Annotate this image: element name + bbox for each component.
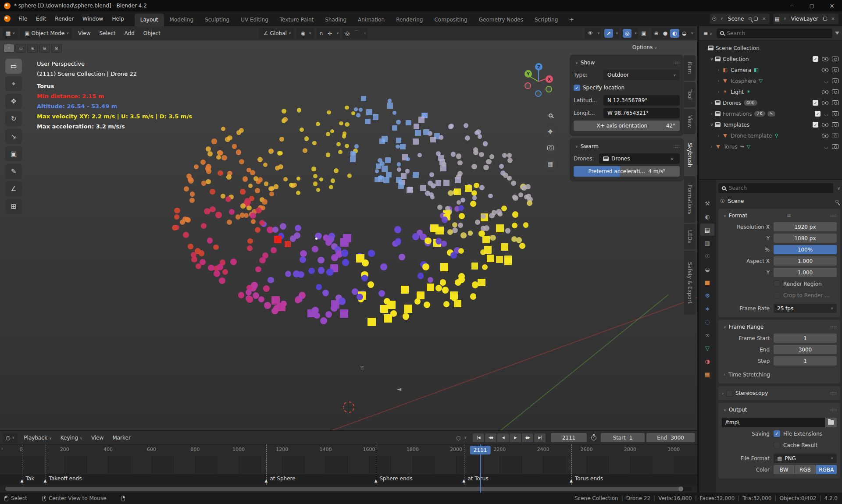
measure-tool[interactable]: ∠ xyxy=(5,181,22,196)
sidebar-tab-view[interactable]: View xyxy=(684,109,696,134)
outliner-row-light[interactable]: ›☀Light☀ xyxy=(699,86,842,97)
expand-arrow-icon[interactable]: › xyxy=(709,144,715,149)
sidebar-tab-item[interactable]: Item xyxy=(684,55,696,81)
hide-eye-icon[interactable] xyxy=(822,101,828,105)
expand-arrow-icon[interactable]: › xyxy=(709,100,715,105)
show-object-types-icon[interactable]: 👁︎ xyxy=(586,30,595,36)
viewport-menu-object[interactable]: Object xyxy=(139,28,165,38)
frame-start-field[interactable]: Start1 xyxy=(601,433,645,442)
timeline-ruler[interactable]: 0200400600800100012001400160018002000220… xyxy=(0,444,697,456)
maximize-button[interactable]: ▢ xyxy=(802,0,822,11)
properties-tab-material[interactable]: ◑ xyxy=(700,355,714,367)
expand-icon[interactable]: › xyxy=(722,391,724,396)
expand-arrow-icon[interactable]: › xyxy=(716,67,722,72)
select-mode-button[interactable]: ◦ xyxy=(4,44,14,53)
expand-arrow-icon[interactable]: › xyxy=(709,111,715,116)
timeline-scroll-thumb[interactable] xyxy=(5,487,683,491)
viewlayer-selector[interactable]: ▤∨ ViewLayer × xyxy=(773,14,838,24)
marker-triangle-icon[interactable]: ▲ xyxy=(20,479,23,483)
cursor-tool[interactable]: ⌖ xyxy=(5,76,22,91)
workspace-tab-shading[interactable]: Shading xyxy=(319,14,352,26)
color-option-bw[interactable]: BW xyxy=(774,465,794,474)
mode-dropdown[interactable]: ▣Object Mode∨ xyxy=(20,28,72,39)
perspective-toggle-button[interactable]: ▦ xyxy=(544,157,557,170)
format-row-value-field[interactable]: 1.000 xyxy=(774,256,837,266)
transform-tool[interactable]: ▣ xyxy=(5,146,22,161)
shading-rendered-icon[interactable]: ◒ xyxy=(680,30,688,36)
select-box-tool[interactable]: ▭ xyxy=(5,59,22,74)
hide-eye-icon[interactable] xyxy=(822,57,828,61)
frame-range-row-value-field[interactable]: 1 xyxy=(774,356,837,366)
show-gizmo-toggle[interactable]: ↗ xyxy=(604,29,613,38)
hide-eye-icon[interactable] xyxy=(822,68,828,72)
outliner-row-camera[interactable]: ›◧Camera◧ xyxy=(699,64,842,75)
viewport-menu-add[interactable]: Add xyxy=(120,28,139,38)
camera-view-button[interactable] xyxy=(544,141,557,154)
snap-settings-icon[interactable]: ⊹ xyxy=(326,30,334,36)
frame-range-row-value-field[interactable]: 3000 xyxy=(774,345,837,354)
gizmo-axis-Z[interactable]: Z xyxy=(535,63,542,71)
marker-triangle-icon[interactable]: ▲ xyxy=(570,479,573,483)
select-mode-button[interactable]: ⊠ xyxy=(51,44,62,53)
disable-render-icon[interactable] xyxy=(832,144,838,149)
workspace-tab-sculpting[interactable]: Sculpting xyxy=(199,14,235,26)
scene-selector[interactable]: ☉∨ Scene × xyxy=(710,14,769,24)
pivot-point-dropdown[interactable]: ◉∨ xyxy=(296,28,314,39)
expand-arrow-icon[interactable]: › xyxy=(716,78,722,83)
gizmo-axis-Y[interactable]: Y xyxy=(524,70,532,78)
disable-render-icon[interactable]: × xyxy=(832,133,838,138)
workspace-tab-animation[interactable]: Animation xyxy=(352,14,390,26)
scale-tool[interactable]: ↘ xyxy=(5,129,22,144)
hide-eye-icon[interactable] xyxy=(822,134,828,138)
preferred-acceleration-slider[interactable]: Preferred accelerati... 4 m/s² xyxy=(574,166,680,177)
drones-collection-field[interactable]: Drones× xyxy=(599,153,680,164)
options-button[interactable]: Options∨ xyxy=(632,44,657,50)
timeline-menu-view[interactable]: View xyxy=(87,433,108,443)
color-option-rgba[interactable]: RGBA xyxy=(816,465,837,474)
expand-arrow-icon[interactable]: ∨ xyxy=(709,57,715,61)
outliner-row-collection[interactable]: ∨Collection✓ xyxy=(699,53,842,64)
crop-checkbox[interactable] xyxy=(774,292,780,298)
browse-folder-button[interactable] xyxy=(825,418,837,427)
format-row-value-field[interactable]: 100% xyxy=(774,245,837,254)
pin-icon[interactable] xyxy=(835,200,838,203)
properties-tab-modifiers[interactable]: ⚙ xyxy=(700,289,714,302)
collapse-icon[interactable]: ∨ xyxy=(724,214,726,218)
disable-render-icon[interactable] xyxy=(832,100,838,105)
outliner-row-formations[interactable]: ›Formations2K5✓◡ xyxy=(699,108,842,119)
collapse-icon[interactable]: ∨ xyxy=(724,325,726,329)
properties-tab-output[interactable]: ▤ xyxy=(700,224,714,236)
select-mode-button[interactable]: ⊟ xyxy=(39,44,50,53)
blender-menu-icon[interactable] xyxy=(4,15,11,22)
add-cube-tool[interactable]: ⊞ xyxy=(5,199,22,214)
current-frame-pill[interactable]: 2111 xyxy=(470,446,491,454)
expand-arrow-icon[interactable]: ∨ xyxy=(709,122,715,127)
hide-eye-closed-icon[interactable]: ◡ xyxy=(824,145,828,149)
rotate-tool[interactable]: ↻ xyxy=(5,111,22,126)
gizmo-axis-neg[interactable] xyxy=(535,90,542,97)
properties-search[interactable] xyxy=(718,183,833,193)
collapse-icon[interactable]: ∨ xyxy=(575,145,578,149)
proportional-falloff-icon[interactable]: ⌒ xyxy=(352,29,361,37)
outliner-row-templates[interactable]: ∨Templates✓ xyxy=(699,119,842,130)
show-overlays-toggle[interactable]: ◎ xyxy=(623,29,632,38)
viewport-3d[interactable]: ⁜ ◄ User Perspective(2111) Scene Collect… xyxy=(0,40,697,430)
outliner-search[interactable] xyxy=(717,28,832,38)
workspace-tab-texture-paint[interactable]: Texture Paint xyxy=(274,14,319,26)
exclude-checkbox[interactable]: ✓ xyxy=(815,111,821,117)
cache-result-checkbox[interactable] xyxy=(774,442,780,448)
add-workspace-button[interactable]: + xyxy=(564,14,579,26)
timeline-menu-marker[interactable]: Marker xyxy=(108,433,135,443)
sidebar-tab-leds[interactable]: LEDs xyxy=(684,224,696,249)
next-keyframe-button[interactable]: ◆▶ xyxy=(522,433,533,442)
annotate-tool[interactable]: ✎ xyxy=(5,164,22,179)
outliner-row-torus[interactable]: ›▼Torus↪▽◡ xyxy=(699,141,842,152)
exclude-checkbox[interactable]: ✓ xyxy=(813,56,818,62)
navigation-gizmo[interactable]: ZYX xyxy=(520,63,557,100)
workspace-tab-geometry-nodes[interactable]: Geometry Nodes xyxy=(473,14,529,26)
jump-to-start-button[interactable]: |◀ xyxy=(473,433,484,442)
transform-orientation-dropdown[interactable]: ∠Global∨ xyxy=(259,28,294,39)
minimize-button[interactable]: ─ xyxy=(781,0,802,11)
editor-type-button[interactable]: ▦∨ xyxy=(3,28,18,39)
jump-to-end-button[interactable]: ▶| xyxy=(534,433,546,442)
